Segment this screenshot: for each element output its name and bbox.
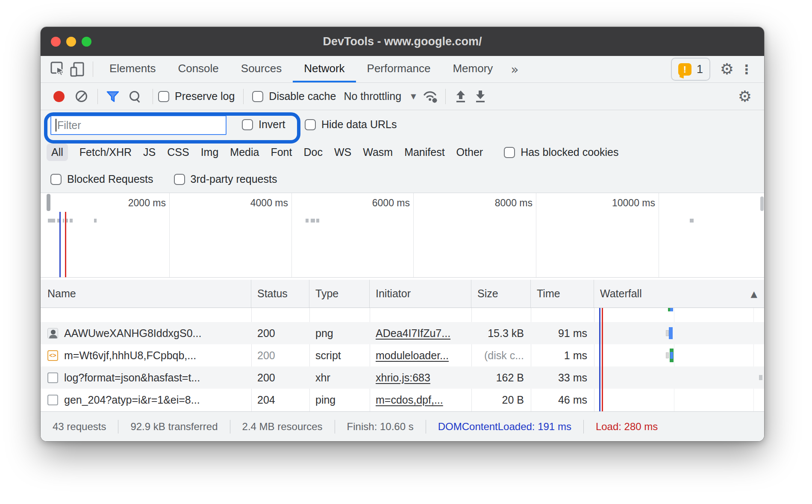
waterfall-stalled-segment: [666, 352, 669, 358]
column-header-waterfall[interactable]: Waterfall ▲: [594, 280, 764, 308]
timeline-request-mark: [311, 219, 315, 223]
devtools-tab-bar: Elements Console Sources Network Perform…: [41, 56, 764, 83]
request-initiator-link[interactable]: moduleloader...: [376, 349, 449, 362]
tab-memory[interactable]: Memory: [441, 56, 504, 82]
resources-size: 2.4 MB resources: [242, 421, 323, 433]
settings-button[interactable]: ⚙: [717, 59, 737, 79]
toolbar-divider: [97, 89, 98, 104]
filter-toggle-button[interactable]: [103, 87, 123, 106]
issues-badge[interactable]: ! 1: [671, 58, 710, 81]
image-file-icon: [47, 328, 58, 339]
tab-elements[interactable]: Elements: [98, 56, 167, 82]
invert-checkbox[interactable]: Invert: [242, 118, 285, 131]
request-status: 204: [251, 389, 309, 411]
column-header-status[interactable]: Status: [251, 280, 309, 308]
column-header-size[interactable]: Size: [471, 280, 531, 308]
filter-placeholder: Filter: [57, 119, 81, 132]
request-initiator-link[interactable]: ADea4I7IfZu7...: [376, 327, 450, 340]
blocked-requests-label: Blocked Requests: [67, 173, 153, 185]
request-time: 33 ms: [531, 366, 594, 389]
checkbox-icon[interactable]: [174, 174, 185, 185]
has-blocked-cookies-checkbox[interactable]: Has blocked cookies: [504, 146, 618, 158]
statusbar-divider: [583, 420, 584, 434]
request-time: 46 ms: [531, 389, 594, 411]
request-initiator-link[interactable]: xhrio.js:683: [376, 372, 430, 384]
timeline-gridline: [169, 193, 170, 277]
statusbar-divider: [335, 420, 335, 434]
filter-chip-doc[interactable]: Doc: [303, 146, 322, 158]
checkbox-icon[interactable]: [504, 147, 515, 158]
toolbar-divider: [243, 89, 244, 104]
main-menu-button[interactable]: ⋮: [737, 59, 756, 79]
checkbox-icon[interactable]: [305, 119, 316, 130]
filter-chip-other[interactable]: Other: [456, 146, 483, 158]
network-settings-button[interactable]: ⚙: [735, 87, 755, 106]
column-header-name[interactable]: Name: [41, 280, 251, 308]
network-conditions-button[interactable]: [421, 87, 440, 106]
inspect-element-button[interactable]: [48, 59, 68, 79]
third-party-requests-checkbox[interactable]: 3rd-party requests: [174, 173, 277, 185]
column-header-type[interactable]: Type: [309, 280, 370, 308]
filter-chip-font[interactable]: Font: [271, 146, 292, 158]
tab-console[interactable]: Console: [167, 56, 229, 82]
column-header-initiator[interactable]: Initiator: [370, 280, 471, 308]
filter-chip-wasm[interactable]: Wasm: [363, 146, 393, 158]
sort-ascending-icon: ▲: [751, 289, 757, 299]
request-initiator-link[interactable]: m=cdos,dpf,...: [376, 394, 443, 406]
timeline-start-bar: [47, 194, 50, 211]
request-size: 20 B: [471, 389, 531, 411]
timeline-tick: 4000 ms: [193, 197, 288, 209]
tab-performance[interactable]: Performance: [356, 56, 442, 82]
filter-chip-img[interactable]: Img: [201, 146, 219, 158]
checkbox-icon[interactable]: [50, 174, 62, 185]
tab-network[interactable]: Network: [293, 56, 356, 82]
checkbox-icon[interactable]: [158, 91, 169, 102]
filter-chip-manifest[interactable]: Manifest: [404, 146, 444, 158]
request-type: script: [309, 344, 370, 366]
resource-type-filter-row: All Fetch/XHR JS CSS Img Media Font Doc …: [41, 139, 764, 166]
third-party-requests-label: 3rd-party requests: [191, 173, 277, 185]
filter-input[interactable]: Filter: [50, 115, 227, 135]
filter-chip-css[interactable]: CSS: [167, 146, 189, 158]
timeline-request-mark: [316, 219, 319, 223]
load-event-marker: [65, 212, 66, 277]
throttling-value: No throttling: [344, 90, 401, 103]
more-tabs-icon[interactable]: »: [504, 62, 525, 77]
throttling-dropdown[interactable]: No throttling ▼: [344, 90, 416, 103]
disable-cache-checkbox[interactable]: Disable cache: [252, 90, 336, 103]
column-header-time[interactable]: Time: [531, 280, 594, 308]
hide-data-urls-checkbox[interactable]: Hide data URLs: [305, 118, 397, 131]
checkbox-icon[interactable]: [252, 91, 263, 102]
request-name: gen_204?atyp=i&r=1&ei=8...: [64, 394, 200, 406]
statusbar-divider: [426, 420, 426, 434]
timeline-scrollbar-thumb[interactable]: [760, 196, 764, 211]
blocked-requests-checkbox[interactable]: Blocked Requests: [50, 173, 153, 185]
statusbar-divider: [118, 420, 118, 434]
filter-chip-js[interactable]: JS: [143, 146, 156, 158]
request-time: 1 ms: [531, 344, 594, 366]
filter-chip-ws[interactable]: WS: [334, 146, 351, 158]
tab-sources[interactable]: Sources: [230, 56, 293, 82]
filter-chip-fetch-xhr[interactable]: Fetch/XHR: [79, 146, 132, 158]
table-row[interactable]: <> m=Wt6vjf,hhhU8,FCpbqb,... 200 script …: [41, 344, 764, 366]
chevron-down-icon: ▼: [411, 92, 416, 100]
table-row[interactable]: gen_204?atyp=i&r=1&ei=8... 204 ping m=cd…: [41, 389, 764, 411]
search-icon[interactable]: [129, 90, 141, 103]
import-har-button[interactable]: [451, 87, 471, 106]
request-status: 200: [251, 322, 309, 344]
table-row[interactable]: log?format=json&hasfast=t... 200 xhr xhr…: [41, 366, 764, 389]
clear-network-log-button[interactable]: [76, 91, 87, 102]
toggle-device-toolbar-button[interactable]: [68, 59, 88, 79]
table-row[interactable]: AAWUweXANHG8IddxgS0... 200 png ADea4I7If…: [41, 322, 764, 344]
checkbox-icon[interactable]: [242, 119, 253, 130]
preserve-log-checkbox[interactable]: Preserve log: [158, 90, 235, 103]
toolbar-divider: [445, 89, 446, 104]
filter-chip-all[interactable]: All: [47, 144, 68, 161]
filter-chip-media[interactable]: Media: [230, 146, 259, 158]
export-har-button[interactable]: [471, 87, 490, 106]
request-status: 200: [251, 344, 309, 366]
timeline-gridline: [536, 193, 536, 277]
network-overview-timeline[interactable]: 2000 ms 4000 ms 6000 ms 8000 ms 10000 ms…: [41, 193, 764, 278]
has-blocked-cookies-label: Has blocked cookies: [521, 146, 618, 158]
record-network-log-button[interactable]: [53, 91, 65, 102]
